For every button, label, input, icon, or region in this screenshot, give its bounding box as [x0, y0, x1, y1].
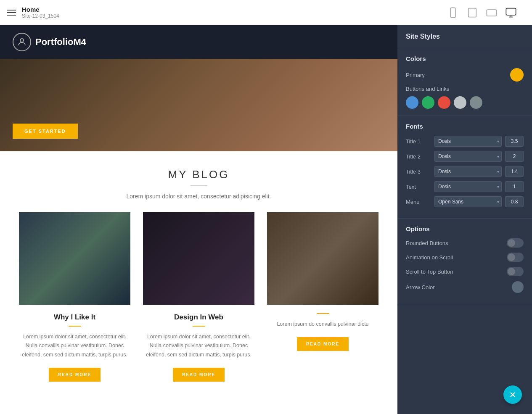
font-label-text: Text: [406, 184, 431, 190]
font-size-menu[interactable]: [505, 196, 524, 207]
tablet-view-button[interactable]: [466, 7, 478, 18]
color-swatch-lightgray[interactable]: [454, 96, 466, 109]
font-row-title2: Title 2 Dosis: [406, 151, 524, 162]
animation-scroll-label: Animation on Scroll: [406, 254, 453, 261]
blog-card-1: Why I Like It Lorem ipsum dolor sit amet…: [13, 212, 137, 390]
color-swatches-group: [406, 96, 524, 109]
blog-card-3-divider: [317, 313, 329, 314]
buttons-links-label: Buttons and Links: [406, 86, 449, 92]
primary-color-swatch[interactable]: [510, 68, 524, 82]
font-select-menu[interactable]: Open Sans: [434, 196, 502, 207]
color-swatch-darkgray[interactable]: [470, 96, 482, 109]
blog-card-2-image: [143, 212, 254, 305]
colors-section: Colors Primary Buttons and Links: [397, 48, 532, 116]
logo-text: PortfolioM4: [35, 37, 86, 47]
blog-card-3: Lorem ipsum do convallis pulvinar dictu …: [261, 212, 385, 390]
svg-rect-2: [468, 8, 476, 17]
top-bar: Home Site-12-03_1504: [0, 0, 532, 25]
hamburger-menu[interactable]: [7, 10, 16, 16]
blog-card-2-title: Design In Web: [143, 313, 254, 322]
font-select-wrap-title2: Dosis: [434, 151, 502, 162]
blog-section: MY BLOG Lorem ipsum dolor sit amet, cons…: [0, 151, 397, 398]
site-logo: PortfolioM4: [13, 33, 86, 51]
hero-section: GET STARTED: [0, 59, 397, 151]
rounded-buttons-label: Rounded Buttons: [406, 240, 448, 246]
font-select-title3[interactable]: Dosis: [434, 166, 502, 177]
arrow-color-label: Arrow Color: [406, 284, 435, 290]
options-section-title: Options: [406, 225, 524, 232]
font-select-text[interactable]: Dosis: [434, 181, 502, 192]
rounded-buttons-toggle[interactable]: [507, 238, 524, 248]
blog-card-2-text: Lorem ipsum dolor sit amet, consectetur …: [143, 332, 254, 359]
panel-title: Site Styles: [397, 25, 532, 48]
font-size-title2[interactable]: [505, 151, 524, 162]
mobile-view-button[interactable]: [447, 7, 459, 18]
blog-card-1-divider: [69, 326, 81, 327]
font-size-title1[interactable]: [505, 136, 524, 147]
read-more-button-1[interactable]: READ MORE: [49, 368, 101, 382]
fonts-section-title: Fonts: [406, 123, 524, 130]
site-header: PortfolioM4: [0, 25, 397, 59]
animation-scroll-row: Animation on Scroll: [406, 253, 524, 262]
font-row-title1: Title 1 Dosis: [406, 136, 524, 147]
svg-rect-4: [487, 10, 496, 16]
svg-rect-0: [450, 8, 455, 17]
font-size-text[interactable]: [505, 181, 524, 192]
blog-card-3-image: [267, 212, 378, 305]
blog-cards-container: Why I Like It Lorem ipsum dolor sit amet…: [13, 212, 385, 390]
read-more-button-2[interactable]: READ MORE: [173, 368, 225, 382]
font-size-title3[interactable]: [505, 166, 524, 177]
font-label-title2: Title 2: [406, 153, 431, 160]
blog-title-divider: [191, 185, 207, 186]
fonts-section: Fonts Title 1 Dosis Title 2 Dosis: [397, 116, 532, 219]
blog-subtitle: Lorem ipsum dolor sit amet, consectetur …: [13, 193, 385, 200]
preview-area: PortfolioM4 GET STARTED MY BLOG Lorem ip…: [0, 25, 397, 414]
read-more-button-3[interactable]: READ MORE: [297, 337, 349, 351]
font-row-title3: Title 3 Dosis: [406, 166, 524, 177]
blog-card-2: Design In Web Lorem ipsum dolor sit amet…: [137, 212, 261, 390]
buttons-links-row: Buttons and Links: [406, 86, 524, 92]
fab-button[interactable]: [503, 385, 522, 404]
arrow-color-swatch[interactable]: [512, 281, 524, 293]
desktop-view-button[interactable]: [505, 7, 517, 18]
font-label-title3: Title 3: [406, 169, 431, 175]
color-swatch-red[interactable]: [438, 96, 450, 109]
font-select-wrap-title1: Dosis: [434, 136, 502, 147]
blog-card-2-divider: [193, 326, 205, 327]
font-label-menu: Menu: [406, 199, 431, 205]
primary-color-row: Primary: [406, 68, 524, 82]
font-select-wrap-menu: Open Sans: [434, 196, 502, 207]
device-switcher: [447, 7, 517, 18]
font-select-title1[interactable]: Dosis: [434, 136, 502, 147]
color-swatch-green[interactable]: [422, 96, 434, 109]
blog-card-1-title: Why I Like It: [19, 313, 130, 322]
primary-color-label: Primary: [406, 72, 425, 78]
main-area: PortfolioM4 GET STARTED MY BLOG Lorem ip…: [0, 25, 532, 414]
animation-scroll-toggle[interactable]: [507, 253, 524, 262]
logo-icon: [13, 33, 31, 51]
scroll-top-button-label: Scroll to Top Button: [406, 269, 453, 275]
font-row-menu: Menu Open Sans: [406, 196, 524, 207]
scroll-top-button-row: Scroll to Top Button: [406, 267, 524, 276]
font-label-title1: Title 1: [406, 138, 431, 145]
blog-card-1-image: [19, 212, 130, 305]
get-started-button[interactable]: GET STARTED: [13, 124, 78, 139]
blog-card-1-text: Lorem ipsum dolor sit amet, consectetur …: [19, 332, 130, 359]
options-section: Options Rounded Buttons Animation on Scr…: [397, 219, 532, 305]
blog-card-3-text: Lorem ipsum do convallis pulvinar dictu: [267, 320, 378, 329]
page-name: Home: [22, 6, 59, 13]
page-info: Home Site-12-03_1504: [22, 6, 59, 19]
svg-point-8: [20, 39, 24, 42]
scroll-top-toggle[interactable]: [507, 267, 524, 276]
svg-rect-6: [506, 8, 516, 15]
arrow-color-row: Arrow Color: [406, 281, 524, 293]
site-name: Site-12-03_1504: [22, 13, 59, 19]
blog-title: MY BLOG: [13, 168, 385, 181]
rounded-buttons-row: Rounded Buttons: [406, 238, 524, 248]
colors-section-title: Colors: [406, 55, 524, 62]
font-select-wrap-title3: Dosis: [434, 166, 502, 177]
tablet-landscape-view-button[interactable]: [486, 7, 498, 18]
font-select-title2[interactable]: Dosis: [434, 151, 502, 162]
color-swatch-blue[interactable]: [406, 96, 418, 109]
font-row-text: Text Dosis: [406, 181, 524, 192]
